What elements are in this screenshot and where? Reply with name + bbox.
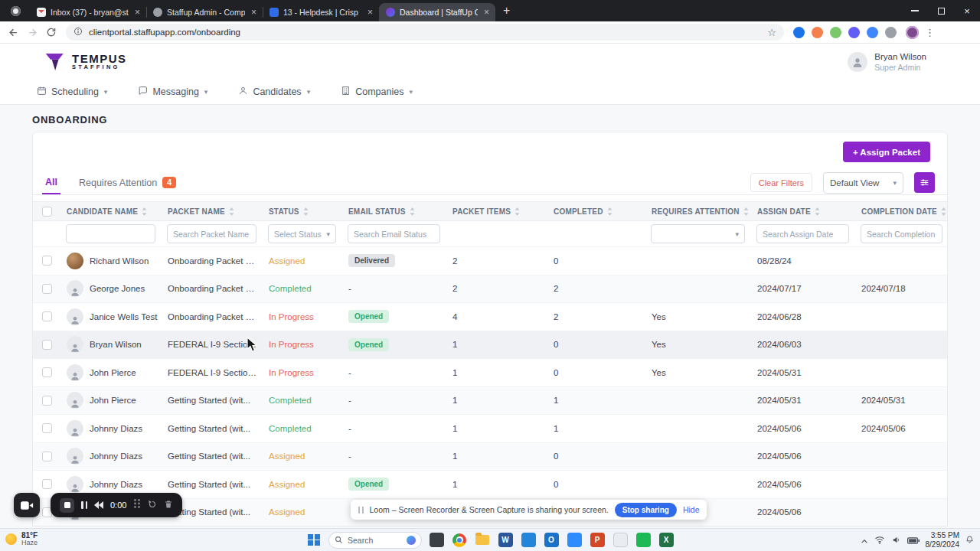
nav-item-scheduling[interactable]: Scheduling ▾ [37, 86, 107, 98]
column-header[interactable]: EMAIL STATUS [342, 207, 446, 216]
packet-filter-input[interactable] [167, 224, 256, 243]
extensions-puzzle-icon[interactable] [885, 27, 897, 38]
browser-tab-crisp[interactable]: 13 - Helpdesk | Crisp × [263, 3, 379, 21]
table-row[interactable]: George JonesOnboarding Packet 20...Compl… [33, 276, 947, 304]
excel-icon[interactable]: X [657, 531, 675, 549]
row-checkbox[interactable] [42, 452, 52, 461]
table-row[interactable]: Johnny DiazsGetting Started (wit...Compl… [33, 415, 947, 443]
column-settings-button[interactable] [914, 172, 935, 193]
edge-icon[interactable] [519, 531, 537, 549]
task-view-icon[interactable] [427, 531, 446, 549]
bookmark-star-icon[interactable]: ☆ [767, 27, 776, 38]
loom-restart-icon[interactable] [148, 498, 157, 512]
column-header[interactable]: COMPLETION DATE [855, 207, 948, 216]
tab-close-icon[interactable]: × [366, 8, 374, 17]
loom-camera-button[interactable] [14, 493, 40, 517]
spotify-icon[interactable] [634, 531, 652, 549]
column-header[interactable]: STATUS [263, 207, 342, 216]
loom-banner-grip-icon[interactable] [358, 507, 364, 514]
email-filter-input[interactable] [348, 224, 440, 243]
column-header[interactable]: PACKET ITEMS [446, 207, 547, 216]
file-explorer-icon[interactable] [473, 531, 492, 549]
row-checkbox[interactable] [42, 423, 52, 433]
browser-menu-icon[interactable]: ⋮ [925, 27, 935, 38]
reload-icon[interactable] [46, 27, 57, 37]
browser-tab-dashboard-active[interactable]: Dashboard | StaffUp Client Port... × [379, 3, 495, 21]
candidate-filter-input[interactable] [66, 224, 155, 243]
back-icon[interactable] [8, 27, 19, 38]
loom-extension-icon[interactable] [848, 27, 860, 38]
hide-banner-link[interactable]: Hide [683, 505, 700, 514]
table-row[interactable]: Bryan WilsonFEDERAL I-9 Section ...In Pr… [33, 331, 947, 360]
nav-item-messaging[interactable]: Messaging ▾ [138, 86, 207, 98]
window-close-button[interactable]: × [954, 0, 980, 21]
loom-trash-icon[interactable] [164, 498, 173, 512]
loom-rewind-icon[interactable] [94, 498, 103, 512]
tab-requires-attention[interactable]: Requires Attention 4 [79, 171, 176, 194]
address-bar[interactable]: clientportal.staffupapp.com/onboarding ☆ [66, 24, 784, 41]
browser-profile-avatar[interactable] [906, 26, 919, 39]
requires-filter-select[interactable]: ▾ [651, 224, 745, 243]
tab-close-icon[interactable]: × [133, 8, 142, 17]
accessibility-extension-icon[interactable] [793, 27, 805, 38]
zoom-extension-icon[interactable] [867, 27, 878, 38]
loom-stop-button[interactable] [60, 498, 74, 513]
column-header[interactable]: REQUIRES ATTENTION [645, 207, 751, 216]
row-checkbox[interactable] [42, 367, 52, 377]
site-info-icon[interactable] [74, 25, 83, 39]
forward-icon[interactable] [27, 27, 38, 38]
completion-date-filter-input[interactable] [861, 224, 942, 243]
status-filter-select[interactable]: Select Status▾ [268, 224, 336, 243]
loom-drag-handle-icon[interactable] [133, 498, 141, 512]
table-row[interactable]: Janice Wells TestOnboarding Packet 20...… [33, 303, 947, 331]
row-checkbox[interactable] [42, 479, 52, 489]
table-row[interactable]: Johnny DiazsGetting Started (wit...Assig… [33, 443, 947, 471]
tab-search-icon[interactable] [11, 6, 21, 16]
row-checkbox[interactable] [42, 256, 52, 266]
select-all-checkbox[interactable] [42, 207, 52, 217]
column-header[interactable]: CANDIDATE NAME [60, 207, 162, 216]
assign-date-filter-input[interactable] [756, 224, 849, 243]
wifi-icon[interactable] [874, 533, 885, 547]
grammarly-extension-icon[interactable] [830, 27, 841, 38]
nav-item-candidates[interactable]: Candidates ▾ [238, 86, 310, 98]
start-button[interactable] [305, 531, 323, 549]
browser-tab-inbox[interactable]: Inbox (37) - bryan@staffupapp... × [30, 3, 146, 21]
maximize-button[interactable] [928, 0, 954, 21]
minimize-button[interactable] [902, 0, 928, 21]
tempus-logo[interactable]: TEMPUS STAFFING [44, 51, 127, 72]
row-checkbox[interactable] [42, 284, 52, 294]
loom-pause-icon[interactable] [81, 501, 87, 509]
table-row[interactable]: Richard WilsonOnboarding Packet 20...Ass… [33, 247, 947, 276]
powerpoint-icon[interactable]: P [588, 531, 606, 549]
row-checkbox[interactable] [42, 311, 52, 321]
chrome-icon[interactable] [450, 531, 469, 549]
view-select[interactable]: Default View ▾ [823, 172, 903, 194]
new-tab-button[interactable]: + [503, 5, 510, 17]
outlook-icon[interactable]: O [542, 531, 560, 549]
table-row[interactable]: John PierceGetting Started (wit...Comple… [33, 387, 947, 416]
word-icon[interactable]: W [496, 531, 514, 549]
stop-sharing-button[interactable]: Stop sharing [615, 503, 677, 517]
clear-filters-button[interactable]: Clear Filters [750, 173, 812, 192]
tab-close-icon[interactable]: × [250, 8, 258, 17]
volume-icon[interactable] [891, 533, 901, 547]
column-header[interactable]: PACKET NAME [162, 207, 263, 216]
column-header[interactable]: COMPLETED [547, 207, 645, 216]
zoom-icon[interactable] [565, 531, 583, 549]
notepad-icon[interactable] [611, 531, 629, 549]
nav-item-companies[interactable]: Companies ▾ [341, 86, 413, 98]
taskbar-clock[interactable]: 3:55 PM 8/29/2024 [926, 531, 960, 549]
user-menu[interactable]: Bryan Wilson Super Admin [848, 51, 926, 73]
browser-tab-staffup-admin[interactable]: Staffup Admin - Company × [146, 3, 263, 21]
tab-close-icon[interactable]: × [482, 8, 491, 17]
assign-packet-button[interactable]: + Assign Packet [843, 142, 930, 162]
battery-icon[interactable] [907, 533, 920, 547]
tray-chevron-up-icon[interactable] [861, 533, 868, 547]
row-checkbox[interactable] [42, 340, 52, 350]
column-header[interactable]: ASSIGN DATE [751, 207, 855, 216]
notifications-bell-icon[interactable] [965, 533, 974, 547]
taskbar-search[interactable]: Search [328, 532, 422, 549]
tab-all[interactable]: All [42, 171, 60, 194]
taskbar-weather-widget[interactable]: 81°F Haze [5, 531, 38, 547]
